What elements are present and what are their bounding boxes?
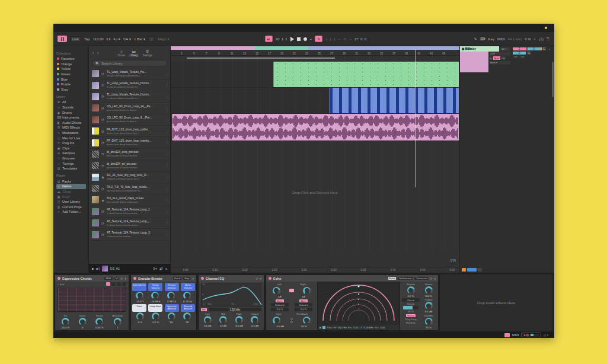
device-on-button[interactable]	[201, 277, 204, 280]
preview-menu-icon[interactable]: ≡	[165, 267, 167, 270]
macro-button[interactable]: Texture Volume	[165, 283, 179, 291]
sidebar-library-item[interactable]: ▤ Templates	[56, 166, 88, 171]
ableton-logo-icon[interactable]	[57, 36, 67, 42]
sidebar-library-item[interactable]: ▣ Clips	[56, 146, 88, 151]
knob-value[interactable]: 1	[117, 326, 118, 329]
browser-tab-library[interactable]: ▭Library	[130, 49, 138, 57]
hp-freq-value[interactable]: 80.0 Hz	[338, 326, 346, 329]
device-on-button[interactable]	[57, 277, 60, 280]
sidebar-collection-item[interactable]: Yellow	[56, 66, 88, 72]
macro-value[interactable]: -16.99 d	[151, 300, 160, 303]
volume-field[interactable]: 0	[513, 52, 526, 55]
m-chip[interactable]: M	[114, 277, 119, 280]
monitor-box[interactable]	[478, 268, 482, 272]
filter-on-toggle[interactable]	[322, 326, 325, 329]
sidebar-place-item[interactable]: ◈ Native	[56, 184, 86, 189]
eq-curve-display[interactable]: 12 0 -12 100 1k 10k	[201, 283, 261, 306]
mode-pingpong-option[interactable]: Ping Pong	[405, 318, 416, 321]
knob-value[interactable]: -20.0 %	[61, 326, 70, 329]
macro-value[interactable]: -6.283 d	[183, 300, 192, 303]
eq-knob-group[interactable]: High -8.0 dB	[235, 312, 243, 327]
loop-switch-icon[interactable]: ⟳	[343, 37, 346, 41]
reverb-value[interactable]: 0.0 %	[408, 295, 414, 298]
knob-dial[interactable]	[219, 316, 227, 324]
left-time-value[interactable]: 1/8	[278, 295, 282, 298]
macro-button[interactable]: Loop Start	[148, 304, 162, 312]
output-chooser[interactable]: Main ▾	[489, 61, 510, 65]
macro-knob-group[interactable]: -14.471	[136, 292, 145, 303]
browser-file-row[interactable]: ⟳ AT_Textural_124_Texture_Loop_... fx de…	[89, 218, 170, 229]
browser-forward-button[interactable]: ›	[97, 51, 98, 55]
echo-tunnel-display[interactable]: ▶ Filter HP 80.0 Hz Res 0.00 LP 5.00 kHz…	[317, 282, 400, 330]
view-toggle-1[interactable]	[106, 282, 110, 286]
sidebar-collection-item[interactable]: Purple	[56, 82, 88, 87]
stereo-link-toggle[interactable]	[289, 289, 294, 292]
cpu-meter[interactable]: 6 %	[525, 37, 531, 41]
macro-knob[interactable]	[167, 292, 175, 299]
automation-arm-button[interactable]: ✎	[315, 36, 322, 42]
pan-field[interactable]: C	[527, 52, 531, 55]
right-sync-toggle[interactable]: Sync	[299, 299, 308, 302]
drywet-value[interactable]: 70 %	[426, 326, 432, 329]
lp-freq-value[interactable]: 5.00 kHz	[364, 326, 374, 329]
file-more-icon[interactable]: ⋮	[165, 221, 168, 225]
input-knob[interactable]	[273, 317, 280, 324]
sidebar-library-item[interactable]: ≈ Grooves	[56, 156, 88, 161]
drop-audio-effects-zone[interactable]: Drop Audio Effects Here	[440, 274, 552, 331]
macro-value[interactable]: 0.0 %	[152, 321, 159, 324]
browser-tab-home[interactable]: ⌂Home	[118, 49, 125, 57]
knob-dial[interactable]	[114, 318, 122, 325]
chord-grid-display[interactable]	[57, 287, 126, 312]
main-pan-field[interactable]: C	[542, 47, 546, 50]
metronome-menu[interactable]: O● ▾	[123, 37, 131, 41]
mode-midside-option[interactable]: Mid/Side	[406, 321, 416, 324]
follow-button[interactable]: ▸|	[265, 36, 273, 42]
macro-knob[interactable]	[136, 312, 144, 320]
beat-time-ruler[interactable]: 3579111315171921232527293133353739414345	[171, 50, 459, 56]
file-more-icon[interactable]: ⋮	[165, 232, 168, 237]
macro-knob[interactable]	[136, 292, 143, 299]
sidebar-library-item[interactable]: ∿ Modulators	[56, 130, 88, 136]
link-button[interactable]: Link	[70, 36, 81, 42]
stereo-knob[interactable]	[425, 286, 433, 294]
hp-filter-toggle[interactable]: HP	[201, 308, 207, 311]
save-preset-icon[interactable]: ▾	[124, 277, 126, 280]
macro-knob-group[interactable]: -16.99 d	[151, 292, 160, 303]
punch-out-icon[interactable]: ¬	[349, 37, 352, 41]
crossfade-controls[interactable]	[462, 268, 482, 272]
right-time-knob[interactable]	[303, 287, 311, 295]
macro-knob-group[interactable]: 0 %	[136, 312, 144, 324]
right-sync-mode[interactable]: Dotted ▾	[295, 303, 312, 306]
stop-button[interactable]	[297, 37, 301, 41]
output-value[interactable]: 0.0 dB	[425, 310, 432, 313]
input-value[interactable]: 0.0 dB	[276, 325, 283, 328]
sidebar-library-item[interactable]: ≋ Samples	[56, 151, 88, 156]
macro-knob[interactable]	[151, 292, 159, 299]
reverb-position-select[interactable]: Post ▾	[402, 298, 420, 302]
file-more-icon[interactable]: ⋮	[165, 187, 168, 191]
monitor-auto[interactable]: Auto	[493, 56, 500, 60]
file-more-icon[interactable]: ⋮	[165, 152, 168, 156]
vertical-scrollbar[interactable]	[552, 62, 554, 97]
grid-size-label[interactable]: 1/16	[450, 258, 456, 262]
sidebar-collection-item[interactable]: Orange	[56, 62, 88, 67]
drywet-knob-group[interactable]: Dry/Wet 70 %	[421, 314, 436, 329]
sidebar-library-item[interactable]: ⊂ Plug-Ins	[56, 141, 88, 146]
macro-knob-group[interactable]: -6.283 d	[183, 292, 192, 303]
left-offset-field[interactable]: 0.0 %	[271, 308, 289, 311]
knob-dial[interactable]	[95, 318, 103, 325]
left-sync-mode[interactable]: Dotted ▾	[271, 303, 289, 306]
right-time-value[interactable]: 1/8	[302, 295, 305, 298]
lp-res-value[interactable]: 0.00	[381, 326, 385, 329]
device-knob-group[interactable]: Strum 0.00 %	[95, 314, 103, 329]
preview-next-button[interactable]: ▶|	[97, 267, 100, 270]
file-more-icon[interactable]: ⋮	[165, 198, 168, 202]
knob-dial[interactable]	[62, 318, 69, 325]
midi-clip-blue[interactable]	[329, 88, 459, 113]
output-knob[interactable]	[425, 302, 433, 309]
device-expressive-chords[interactable]: Expressive Chords MPE M ⟳ ▾ ♪ 0 st	[55, 274, 129, 331]
browser-file-row[interactable]: ⟳ TL_Loop_Vocals_Texture_Hu... vocals ch…	[89, 68, 170, 79]
reverb-knob[interactable]	[407, 286, 415, 294]
arrangement-view[interactable]: 3579111315171921232527293133353739414345	[171, 46, 459, 273]
save-preset-icon[interactable]: ▾	[192, 277, 194, 280]
